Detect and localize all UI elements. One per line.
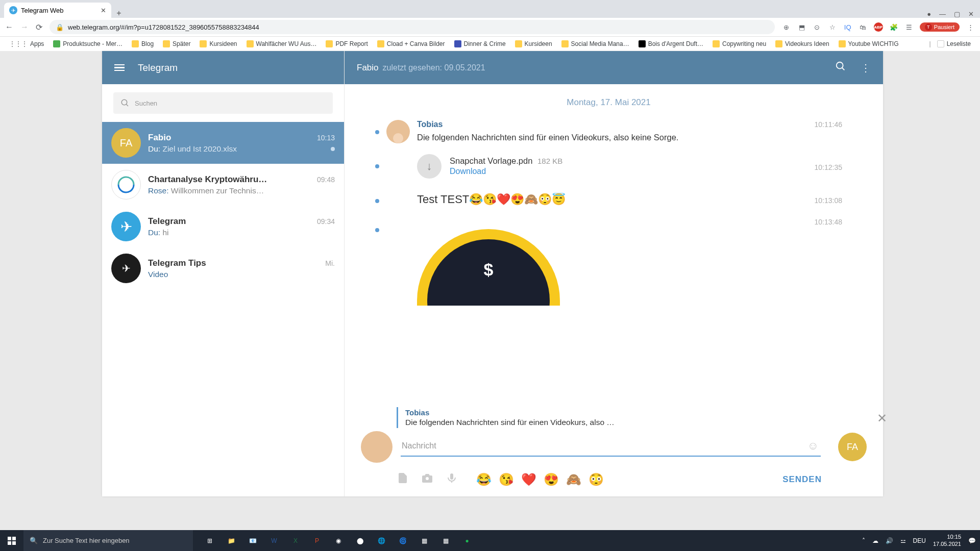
url-text: web.telegram.org/#/im?p=u1728081522_3896… [68, 23, 259, 31]
taskbar-search[interactable]: 🔍Zur Suche Text hier eingeben [23, 530, 193, 551]
bookmark-folder[interactable]: Videokurs Ideen [772, 39, 832, 49]
translate-icon[interactable]: ⊕ [782, 22, 791, 32]
emoji-quick-row[interactable]: 😂😘❤️😍🙈😳 [476, 472, 604, 487]
clock[interactable]: 10:1517.05.2021 [933, 534, 961, 547]
app-icon[interactable]: ▦ [435, 530, 456, 551]
bookmark-folder[interactable]: Youtube WICHTIG [836, 39, 902, 49]
volume-icon[interactable]: 🔊 [886, 537, 893, 544]
new-tab-button[interactable]: + [111, 9, 127, 18]
menu-button[interactable] [114, 64, 125, 71]
install-icon[interactable]: ⬒ [797, 22, 806, 32]
file-size: 182 KB [537, 157, 562, 165]
bookmark-folder[interactable]: Kursideen [512, 39, 555, 49]
powerpoint-icon[interactable]: P [306, 530, 328, 551]
message-image[interactable]: $ [417, 229, 842, 306]
download-icon[interactable]: ↓ [417, 154, 442, 179]
bookmark-item[interactable]: Produktsuche - Mer… [50, 39, 126, 49]
bookmark-folder[interactable]: Copywriting neu [709, 39, 769, 49]
wifi-icon[interactable]: ⚍ [900, 537, 906, 544]
chat-time: 09:48 [317, 176, 335, 184]
bookmark-folder[interactable]: Social Media Mana… [558, 39, 632, 49]
sender-avatar[interactable] [386, 120, 410, 143]
chat-item[interactable]: Chartanalyse Kryptowähru…09:48 Rose: Wil… [102, 164, 344, 206]
sender-name[interactable]: Tobias [417, 120, 443, 129]
iq-extension-icon[interactable]: IQ [843, 22, 852, 32]
tray-chevron-icon[interactable]: ˄ [862, 537, 865, 544]
app-icon[interactable]: ▦ [413, 530, 435, 551]
send-button[interactable]: SENDEN [782, 474, 822, 485]
svg-rect-7 [12, 537, 16, 540]
search-icon [120, 98, 130, 108]
unread-dot [375, 130, 379, 134]
message-time: 10:12:35 [815, 163, 843, 171]
task-view-icon[interactable]: ⊞ [199, 530, 220, 551]
bookmark-folder[interactable]: Blog [129, 39, 157, 49]
download-link[interactable]: Download [450, 167, 562, 176]
camera-icon[interactable] [421, 472, 433, 487]
message-text: Die folgenden Nachrichten sind für einen… [417, 131, 842, 144]
recipient-avatar[interactable]: FA [838, 433, 867, 461]
onedrive-icon[interactable]: ☁ [872, 537, 878, 544]
spotify-icon[interactable]: ● [456, 530, 478, 551]
start-button[interactable] [0, 530, 23, 551]
bookmark-item[interactable]: Bois d'Argent Duft… [635, 39, 706, 49]
unread-dot [375, 228, 379, 232]
forward-button[interactable]: → [20, 22, 29, 32]
reply-preview[interactable]: Tobias Die folgenden Nachrichten sind fü… [397, 407, 867, 428]
extension-icon[interactable]: 🛍 [859, 22, 868, 32]
word-icon[interactable]: W [263, 530, 285, 551]
bookmark-folder[interactable]: Kursideen [197, 39, 240, 49]
excel-icon[interactable]: X [285, 530, 306, 551]
attach-file-icon[interactable] [397, 472, 409, 487]
search-icon: 🔍 [30, 537, 38, 544]
emoji-picker-icon[interactable]: ☺ [807, 439, 819, 453]
maximize-icon[interactable]: ▢ [954, 10, 960, 18]
more-icon[interactable]: ⋮ [861, 62, 871, 74]
apps-bookmark[interactable]: ⋮⋮⋮Apps [6, 39, 47, 49]
close-reply-icon[interactable]: ✕ [877, 411, 887, 425]
reload-button[interactable]: ⟳ [36, 22, 42, 32]
chat-time: 09:34 [317, 217, 335, 226]
telegram-favicon: ✈ [9, 6, 17, 14]
file-name[interactable]: Snapchat Vorlage.pdn [450, 156, 532, 165]
abp-extension-icon[interactable]: ABP [874, 22, 883, 32]
bookmark-icon[interactable]: ☆ [828, 22, 837, 32]
minimize-icon[interactable]: — [939, 10, 946, 18]
extensions-icon[interactable]: 🧩 [889, 22, 898, 32]
chat-item-fabio[interactable]: FA Fabio10:13 Du: Ziel und Ist 2020.xlsx [102, 122, 344, 164]
profile-button[interactable]: TPausiert [920, 22, 960, 32]
account-icon[interactable]: ● [927, 10, 931, 18]
close-tab-icon[interactable]: ✕ [101, 7, 106, 14]
bookmark-folder[interactable]: PDF Report [323, 39, 371, 49]
bookmark-folder[interactable]: Später [160, 39, 193, 49]
mail-icon[interactable]: 📧 [242, 530, 263, 551]
reading-list-icon[interactable]: ☰ [904, 22, 914, 32]
chat-time: Mi. [325, 259, 335, 267]
zoom-icon[interactable]: ⊙ [813, 22, 822, 32]
explorer-icon[interactable]: 📁 [220, 530, 242, 551]
close-window-icon[interactable]: ✕ [968, 10, 974, 18]
browser-tab[interactable]: ✈ Telegram Web ✕ [4, 3, 111, 18]
notifications-icon[interactable]: 💬 [968, 537, 976, 544]
chat-name: Chartanalyse Kryptowähru… [148, 174, 267, 185]
chrome-menu-icon[interactable]: ⋮ [966, 22, 975, 32]
search-icon[interactable] [835, 61, 846, 74]
bookmark-folder[interactable]: Wahlfächer WU Aus… [243, 39, 320, 49]
reading-list-bookmark[interactable]: Leseliste [934, 39, 974, 49]
language-indicator[interactable]: DEU [913, 537, 926, 544]
avatar: ✈ [111, 212, 141, 241]
microphone-icon[interactable] [446, 472, 458, 487]
chrome-icon[interactable]: 🌐 [371, 530, 392, 551]
obs-icon[interactable]: ⬤ [349, 530, 371, 551]
chat-item[interactable]: ✈ Telegram TipsMi. Video [102, 247, 344, 289]
back-button[interactable]: ← [5, 22, 13, 32]
app-icon[interactable]: ◉ [328, 530, 349, 551]
bookmark-folder[interactable]: Cload + Canva Bilder [374, 39, 448, 49]
app-name: Telegram [138, 62, 178, 73]
edge-icon[interactable]: 🌀 [392, 530, 413, 551]
message-input[interactable] [401, 437, 821, 457]
search-input[interactable]: Suchen [113, 92, 333, 114]
address-bar[interactable]: 🔒 web.telegram.org/#/im?p=u1728081522_38… [50, 20, 775, 34]
bookmark-item[interactable]: Dinner & Crime [451, 39, 509, 49]
chat-item[interactable]: ✈ Telegram09:34 Du: hi [102, 206, 344, 247]
